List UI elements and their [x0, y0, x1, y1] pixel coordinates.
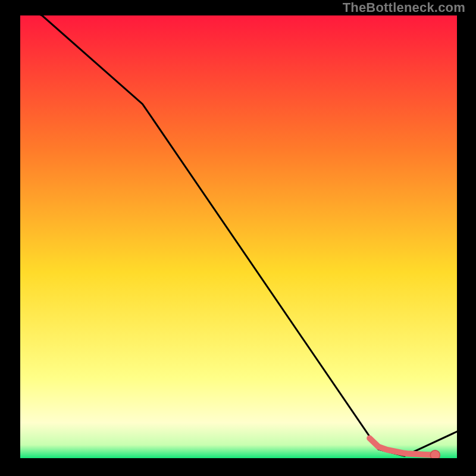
plot-area: [20, 15, 457, 458]
chart-svg: [20, 15, 457, 458]
marker-dot: [398, 450, 403, 455]
marker-dot: [422, 452, 427, 457]
single-marker: [430, 450, 440, 458]
marker-dot: [406, 452, 411, 456]
gradient-background: [20, 15, 457, 458]
watermark-text: TheBottleneck.com: [343, 0, 465, 15]
marker-dot: [402, 451, 407, 456]
chart-container: TheBottleneck.com: [0, 0, 476, 476]
marker-dot: [415, 452, 420, 456]
marker-dot: [392, 449, 396, 453]
